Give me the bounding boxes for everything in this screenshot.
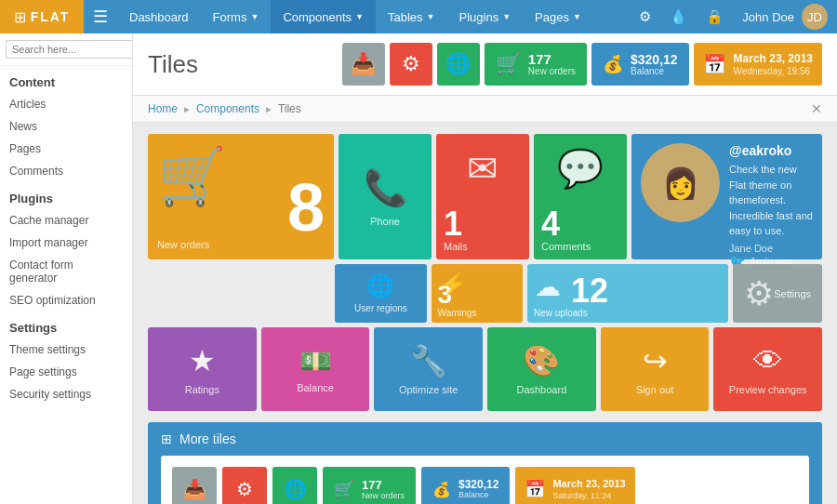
sidebar-item-theme[interactable]: Theme settings (0, 338, 132, 361)
tile-balance[interactable]: 💵 Balance (261, 327, 370, 411)
mini-dollar-icon: 💰 (432, 481, 451, 498)
mini-tile-cog[interactable]: ⚙ (222, 467, 267, 504)
nav-item-plugins[interactable]: Plugins ▼ (447, 0, 524, 33)
mini-tile-globe[interactable]: 🌐 (272, 467, 317, 504)
mini-cart-num: 177 (362, 479, 405, 491)
signout-icon: ↪ (643, 343, 668, 378)
tile-dashboard[interactable]: 🎨 Dashboard (487, 327, 596, 411)
tile-comments[interactable]: 💬 4 Comments (534, 134, 627, 259)
breadcrumb-sep1: ► (182, 104, 192, 114)
droplet-icon[interactable]: 💧 (660, 0, 697, 33)
nav-item-pages[interactable]: Pages ▼ (523, 0, 593, 33)
tile-new-orders[interactable]: 🛒 8 New orders (148, 134, 334, 259)
mini-tile-tray[interactable]: 📥 (172, 467, 217, 504)
section-content: Content Articles News Pages Comments (0, 66, 132, 182)
comments-label: Comments (541, 241, 619, 252)
breadcrumb-components[interactable]: Components (196, 102, 259, 115)
uploads-label: New uploads (534, 308, 722, 318)
user-menu[interactable]: John Doe JD (733, 0, 837, 33)
search-input[interactable] (6, 40, 133, 59)
tile-twitter[interactable]: 👩 @eakroko Check the new Flat theme on t… (631, 134, 822, 259)
tile-mails[interactable]: ✉ 1 Mails (436, 134, 529, 259)
mini-tile-cart[interactable]: 🛒 177 New orders (323, 467, 416, 504)
sidebar-item-articles[interactable]: Articles (0, 93, 132, 115)
page-header: Tiles 📥 ⚙ 🌐 🛒 177 (133, 33, 837, 96)
cart-icon-large: 🛒 (157, 143, 227, 209)
logo-icon: ⊞ (14, 8, 26, 26)
sidebar-item-import-manager[interactable]: Import manager (0, 232, 132, 254)
breadcrumb-close[interactable]: ✕ (811, 101, 822, 116)
sidebar-item-security[interactable]: Security settings (0, 383, 132, 405)
cloud-icon: ☁ (535, 272, 561, 302)
mini-calendar-icon: 📅 (525, 479, 545, 499)
cog-icon: ⚙ (402, 52, 420, 76)
tile-preview[interactable]: 👁 Preview changes (713, 327, 822, 411)
dashboard-label: Dashboard (516, 384, 566, 395)
sidebar-search: 🔍 (0, 33, 132, 66)
nav-item-forms[interactable]: Forms ▼ (201, 0, 272, 33)
sidebar-item-seo[interactable]: SEO optimization (0, 289, 132, 312)
header-tile-date[interactable]: 📅 March 23, 2013 Wednesday, 19:56 (694, 43, 822, 86)
sidebar-item-contact-form[interactable]: Contact form generator (0, 254, 132, 289)
header-tile-tray[interactable]: 📥 (342, 43, 385, 86)
topnav: ⊞ FLAT ☰ Dashboard Forms ▼ Components ▼ … (0, 0, 837, 33)
star-icon: ★ (189, 343, 216, 378)
dollar-circle-icon: 💵 (299, 346, 332, 377)
settings-cog-icon: ⚙ (744, 274, 774, 313)
header-tiles: 📥 ⚙ 🌐 🛒 177 New orders (342, 43, 822, 86)
header-tile-globe[interactable]: 🌐 (437, 43, 480, 86)
mini-cog-icon: ⚙ (236, 478, 253, 500)
mini-tile-balance[interactable]: 💰 $320,12 Balance (421, 467, 510, 504)
tile-new-uploads[interactable]: ☁ 12 New uploads (527, 264, 728, 323)
tile-settings[interactable]: ⚙ Settings (733, 264, 822, 323)
lock-icon[interactable]: 🔒 (697, 0, 733, 33)
balance-label: Balance (631, 66, 678, 76)
hamburger-button[interactable]: ☰ (84, 7, 117, 27)
settings-icon[interactable]: ⚙ (630, 0, 660, 33)
sidebar-item-comments[interactable]: Comments (0, 160, 132, 182)
more-tiles-header: ⊞ More tiles (161, 431, 809, 446)
tile-optimize[interactable]: 🔧 Optimize site (374, 327, 483, 411)
sidebar-item-page-settings[interactable]: Page settings (0, 361, 132, 383)
phone-icon: 📞 (364, 167, 407, 208)
balance-amount: $320,12 (631, 53, 678, 66)
signout-label: Sign out (636, 384, 673, 395)
sidebar-item-cache-manager[interactable]: Cache manager (0, 209, 132, 232)
tile-ratings[interactable]: ★ Ratings (148, 327, 257, 411)
tile-signout[interactable]: ↪ Sign out (601, 327, 710, 411)
tile-phone[interactable]: 📞 Phone (339, 134, 432, 259)
breadcrumb-sep2: ► (264, 104, 273, 114)
nav-item-tables[interactable]: Tables ▼ (376, 0, 447, 33)
wrench-icon: 🔧 (410, 343, 447, 378)
user-regions-label: User regions (354, 303, 407, 313)
settings-label: Settings (774, 288, 811, 299)
sidebar: 🔍 Content Articles News Pages Comments P… (0, 33, 133, 504)
twitter-text: Check the new Flat theme on themeforest.… (729, 162, 813, 239)
mini-cart-label: New orders (362, 491, 405, 500)
new-orders-num: 8 (287, 179, 325, 236)
mini-date: March 23, 2013 (552, 478, 625, 490)
sidebar-item-pages[interactable]: Pages (0, 138, 132, 160)
calendar-icon: 📅 (703, 53, 726, 75)
logo[interactable]: ⊞ FLAT (0, 0, 84, 33)
nav-item-dashboard[interactable]: Dashboard (117, 0, 201, 33)
mini-day: Saturday, 11:24 (552, 491, 625, 500)
nav-item-components[interactable]: Components ▼ (271, 0, 376, 33)
sidebar-item-news[interactable]: News (0, 115, 132, 138)
header-tile-cart[interactable]: 🛒 177 New orders (485, 43, 587, 86)
header-tile-cog[interactable]: ⚙ (390, 43, 432, 86)
more-tiles-section: ⊞ More tiles 📥 ⚙ 🌐 (148, 422, 822, 504)
tray-icon: 📥 (351, 52, 376, 76)
tiles-area: 🛒 8 New orders 📞 Phone ✉ 1 (133, 123, 837, 504)
header-tile-balance[interactable]: 💰 $320,12 Balance (591, 43, 689, 86)
tile-user-regions[interactable]: 🌐 User regions (335, 264, 426, 323)
logo-text: FLAT (31, 9, 71, 24)
cart-num: 177 (528, 52, 576, 66)
tile-warnings[interactable]: ⚡ 3 Warnings (432, 264, 523, 323)
mini-cart-icon: 🛒 (334, 479, 354, 499)
mini-tile-date[interactable]: 📅 March 23, 2013 Saturday, 11:24 (515, 467, 634, 504)
username: John Doe (742, 10, 794, 24)
nav-menu: Dashboard Forms ▼ Components ▼ Tables ▼ … (117, 0, 593, 33)
breadcrumb-home[interactable]: Home (148, 102, 178, 115)
ratings-label: Ratings (185, 384, 219, 395)
